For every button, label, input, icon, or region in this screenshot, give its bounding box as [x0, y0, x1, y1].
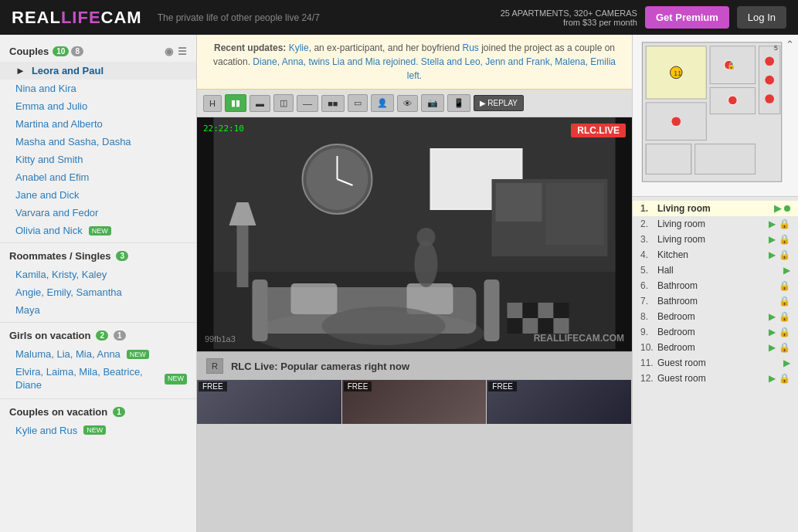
- svg-rect-10: [496, 183, 542, 222]
- sidebar-item-masha-sasha[interactable]: Masha and Sasha, Dasha: [0, 133, 196, 151]
- sidebar-item-maya[interactable]: Maya: [0, 301, 196, 319]
- sidebar-item-martina-alberto[interactable]: Martina and Alberto: [0, 115, 196, 133]
- thumb-free-3: FREE: [488, 381, 517, 391]
- couples-count2-badge: 8: [71, 46, 83, 56]
- svg-point-44: [728, 96, 738, 105]
- svg-rect-15: [484, 280, 500, 341]
- svg-point-49: [765, 94, 774, 103]
- thumbnail-2[interactable]: FREE: [342, 380, 487, 424]
- login-button[interactable]: Log In: [737, 6, 786, 29]
- couples-count-badge: 10: [53, 46, 69, 56]
- sound-icon-9: ▶: [769, 327, 776, 337]
- sound-icon-5: ▶: [783, 265, 790, 276]
- room-name-6: Bathroom: [657, 280, 776, 291]
- popular-icon: R: [206, 358, 223, 374]
- popular-bar: R RLC Live: Popular cameras right now: [197, 351, 632, 380]
- sidebar-item-nina-kira[interactable]: Nina and Kira: [0, 80, 196, 97]
- camera-view: 22:22:10 RLC.LIVE REALLIFECAM.COM 99fb1a…: [197, 117, 632, 351]
- eye-button[interactable]: 👁: [397, 95, 418, 112]
- sidebar-item-angie[interactable]: Angie, Emily, Samantha: [0, 283, 196, 301]
- couples-vac-label: Couples on vacation: [9, 406, 107, 418]
- svg-rect-28: [554, 318, 569, 334]
- sound-icon-10: ▶: [769, 342, 776, 353]
- watermark: REALLIFECAM.COM: [534, 333, 624, 344]
- room-item-5[interactable]: 5. Hall ▶: [633, 263, 798, 278]
- camera-scene: [197, 117, 632, 349]
- sidebar-item-olivia-nick[interactable]: Olivia and Nick NEW: [0, 222, 196, 239]
- thumbnail-3[interactable]: FREE: [487, 380, 632, 424]
- svg-rect-21: [508, 303, 523, 318]
- grid-button[interactable]: ■■: [321, 95, 344, 112]
- sidebar-item-leora-paul[interactable]: ► Leora and Paul: [0, 62, 196, 80]
- cam-button[interactable]: 📷: [421, 94, 444, 112]
- svg-rect-19: [237, 225, 249, 287]
- room-item-6[interactable]: 6. Bathroom 🔒: [633, 278, 798, 293]
- room-item-4[interactable]: 4. Kitchen ▶ 🔒: [633, 247, 798, 263]
- sound-icon-11: ▶: [783, 357, 790, 368]
- aspect-button[interactable]: ▬: [250, 95, 270, 112]
- lock-icon-2: 🔒: [779, 219, 790, 229]
- wide-button[interactable]: ▭: [348, 94, 368, 112]
- sidebar-item-kylie-rus[interactable]: Kylie and Rus NEW: [0, 422, 196, 439]
- sidebar-item-jane-dick[interactable]: Jane and Dick: [0, 186, 196, 204]
- room-item-9[interactable]: 9. Bedroom ▶ 🔒: [633, 324, 798, 340]
- arrow-icon: ►: [15, 65, 25, 76]
- section-icons: ◉ ☰: [165, 46, 187, 57]
- sound-icon-1: ▶: [774, 203, 781, 214]
- right-panel: ⌃: [632, 35, 798, 532]
- room-item-3[interactable]: 3. Living room ▶ 🔒: [633, 232, 798, 247]
- sidebar-item-kamila[interactable]: Kamila, Kristy, Kaley: [0, 266, 196, 283]
- sidebar-item-maluma[interactable]: Maluma, Lia, Mia, Anna NEW: [0, 345, 196, 363]
- menu-icon: ☰: [178, 46, 187, 57]
- new-badge: NEW: [89, 226, 111, 236]
- stella-link[interactable]: Stella and Leo, Jenn and Frank, Malena, …: [407, 56, 616, 81]
- room-item-1[interactable]: 1. Living room ▶: [633, 201, 798, 216]
- tagline: The private life of other people live 24…: [158, 12, 501, 23]
- room-item-8[interactable]: 8. Bedroom ▶ 🔒: [633, 309, 798, 324]
- phone-button[interactable]: 📱: [447, 94, 470, 112]
- header: REALLIFECAM The private life of other pe…: [0, 0, 798, 35]
- camera-id: 99fb1a3: [205, 334, 236, 344]
- diane-link[interactable]: Diane, Anna, twins Lia and Mia rejoined.: [253, 56, 418, 67]
- person-button[interactable]: 👤: [371, 94, 394, 112]
- room-num-3: 3.: [640, 234, 654, 245]
- svg-rect-23: [508, 318, 523, 334]
- record-button[interactable]: ▮▮: [225, 94, 246, 112]
- couples-vac-section-header: Couples on vacation 1: [0, 402, 196, 422]
- room-item-12[interactable]: 12. Guest room ▶ 🔒: [633, 371, 798, 386]
- logo: REALLIFECAM: [12, 8, 142, 28]
- replay-button[interactable]: ▶ REPLAY: [474, 95, 525, 111]
- room-item-11[interactable]: 11. Guest room ▶: [633, 355, 798, 371]
- sidebar-item-kitty-smith[interactable]: Kitty and Smith: [0, 151, 196, 168]
- rus-link[interactable]: Rus: [463, 42, 479, 53]
- svg-point-48: [765, 76, 774, 85]
- couples-label: Couples: [9, 46, 49, 57]
- sidebar-item-anabel-efim[interactable]: Anabel and Efim: [0, 168, 196, 186]
- room-name-4: Kitchen: [657, 249, 766, 260]
- svg-point-46: [671, 117, 681, 126]
- room-item-10[interactable]: 10. Bedroom ▶ 🔒: [633, 340, 798, 355]
- sidebar-item-elvira[interactable]: Elvira, Laima, Mila, Beatrice, Diane NEW: [0, 363, 196, 395]
- room-name-7: Bathroom: [657, 296, 776, 307]
- svg-text:🔒: 🔒: [727, 61, 735, 70]
- room-item-7[interactable]: 7. Bathroom 🔒: [633, 293, 798, 309]
- thumbnails: FREE FREE FREE: [197, 380, 632, 424]
- sidebar-item-emma-julio[interactable]: Emma and Julio: [0, 97, 196, 115]
- svg-rect-14: [253, 280, 268, 341]
- room-name-10: Bedroom: [657, 342, 766, 353]
- kylie-link[interactable]: Kylie: [289, 42, 309, 53]
- svg-rect-27: [554, 303, 569, 318]
- lock-icon-6: 🔒: [779, 280, 790, 291]
- roommates-label: Roommates / Singles: [9, 250, 110, 262]
- room-item-2[interactable]: 2. Living room ▶ 🔒: [633, 216, 798, 232]
- layout1-button[interactable]: ◫: [273, 94, 294, 112]
- layout2-button[interactable]: ––: [297, 95, 318, 112]
- lock-icon-8: 🔒: [779, 311, 790, 322]
- h-button[interactable]: H: [203, 95, 222, 112]
- get-premium-button[interactable]: Get Premium: [645, 6, 729, 29]
- thumbnail-1[interactable]: FREE: [197, 380, 342, 424]
- sidebar-item-varvara-fedor[interactable]: Varvara and Fedor: [0, 204, 196, 222]
- collapse-icon[interactable]: ⌃: [786, 39, 794, 50]
- thumb-free-1: FREE: [199, 381, 227, 391]
- room-num-10: 10.: [640, 342, 654, 353]
